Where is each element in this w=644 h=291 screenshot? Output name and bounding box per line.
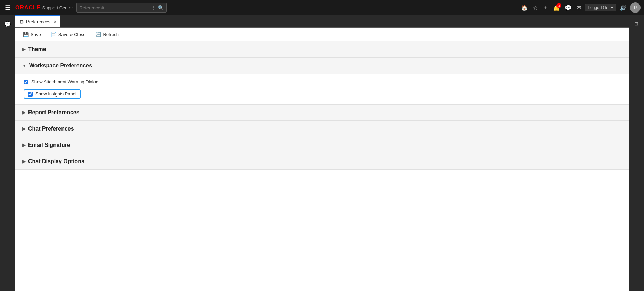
workspace-section-header[interactable]: ▼ Workspace Preferences [15, 58, 629, 74]
workspace-section: ▼ Workspace Preferences Show Attachment … [15, 58, 629, 105]
home-icon[interactable]: 🏠 [520, 3, 529, 13]
preferences-panel: 💾 Save 📄 Save & Close 🔄 Refresh ▶ Theme … [15, 28, 629, 291]
right-panel: ⊡ [629, 15, 644, 291]
theme-chevron-right-icon: ▶ [22, 47, 25, 52]
email-signature-section-label: Email Signature [28, 142, 70, 148]
chat-prefs-chevron-right-icon: ▶ [22, 126, 25, 131]
chat-display-chevron-right-icon: ▶ [22, 159, 25, 164]
tab-bar: ⚙ Preferences × [15, 15, 629, 28]
tab-settings-icon: ⚙ [19, 19, 24, 25]
search-bar[interactable]: ⋮ 🔍 [76, 3, 167, 13]
save-icon: 💾 [23, 32, 29, 37]
report-section-label: Report Preferences [28, 109, 80, 116]
workspace-section-content: Show Attachment Warning Dialog Show Insi… [15, 74, 629, 104]
report-section: ▶ Report Preferences [15, 105, 629, 121]
theme-section: ▶ Theme [15, 41, 629, 58]
attachment-warning-label: Show Attachment Warning Dialog [31, 79, 98, 84]
workspace-chevron-down-icon: ▼ [22, 63, 26, 68]
message-icon[interactable]: ✉ [575, 3, 583, 13]
chat-display-section: ▶ Chat Display Options [15, 153, 629, 170]
save-button[interactable]: 💾 Save [21, 31, 43, 38]
volume-icon[interactable]: 🔊 [618, 3, 628, 13]
refresh-button[interactable]: 🔄 Refresh [93, 31, 121, 38]
insights-panel-label: Show Insights Panel [35, 91, 76, 97]
topbar-icons: 🏠 ☆ ＋ 🔔 3 💬 ✉ Logged Out ▾ 🔊 U [520, 2, 641, 13]
hamburger-menu-icon[interactable]: ☰ [3, 2, 12, 13]
oracle-logo: ORACLE Support Center [15, 5, 73, 11]
sidebar-chat-icon[interactable]: 💬 [2, 19, 13, 30]
email-signature-section: ▶ Email Signature [15, 137, 629, 153]
attachment-warning-checkbox[interactable] [24, 80, 28, 84]
search-input[interactable] [80, 5, 149, 10]
chat-display-section-label: Chat Display Options [28, 158, 84, 165]
insights-highlight-box: Show Insights Panel [24, 89, 81, 99]
oracle-text: ORACLE [15, 5, 41, 11]
chat-bubble-icon[interactable]: 💬 [563, 3, 573, 13]
main-content: ⚙ Preferences × 💾 Save 📄 Save & Close 🔄 … [15, 15, 629, 291]
star-icon[interactable]: ☆ [531, 3, 539, 13]
chat-display-section-header[interactable]: ▶ Chat Display Options [15, 153, 629, 169]
insights-panel-item: Show Insights Panel [24, 89, 620, 99]
notification-icon[interactable]: 🔔 3 [552, 3, 561, 13]
chat-prefs-section-label: Chat Preferences [28, 126, 74, 132]
email-signature-chevron-right-icon: ▶ [22, 143, 25, 148]
theme-section-header[interactable]: ▶ Theme [15, 41, 629, 57]
right-panel-icon[interactable]: ⊡ [632, 19, 641, 28]
refresh-label: Refresh [103, 32, 119, 37]
save-label: Save [31, 32, 41, 37]
tab-close-button[interactable]: × [54, 19, 56, 24]
notification-badge: 3 [556, 3, 561, 8]
user-avatar[interactable]: U [630, 2, 641, 13]
preferences-tab[interactable]: ⚙ Preferences × [15, 15, 60, 27]
save-close-button[interactable]: 📄 Save & Close [49, 31, 88, 38]
search-more-icon[interactable]: ⋮ [151, 5, 156, 10]
chat-prefs-section: ▶ Chat Preferences [15, 121, 629, 137]
theme-section-label: Theme [28, 46, 46, 52]
search-icon[interactable]: 🔍 [158, 5, 164, 10]
topbar: ☰ ORACLE Support Center ⋮ 🔍 🏠 ☆ ＋ 🔔 3 💬 … [0, 0, 644, 15]
save-close-icon: 📄 [51, 32, 57, 37]
add-icon[interactable]: ＋ [541, 3, 550, 13]
logged-out-button[interactable]: Logged Out ▾ [585, 4, 616, 11]
email-signature-section-header[interactable]: ▶ Email Signature [15, 137, 629, 153]
attachment-warning-item: Show Attachment Warning Dialog [24, 79, 620, 84]
left-sidebar: 💬 [0, 15, 15, 291]
logged-out-label: Logged Out [588, 5, 610, 10]
workspace-section-label: Workspace Preferences [29, 63, 92, 69]
save-close-label: Save & Close [58, 32, 86, 37]
report-chevron-right-icon: ▶ [22, 110, 25, 115]
support-center-text: Support Center [42, 5, 73, 10]
preferences-toolbar: 💾 Save 📄 Save & Close 🔄 Refresh [15, 28, 629, 41]
logged-out-chevron: ▾ [611, 5, 613, 10]
report-section-header[interactable]: ▶ Report Preferences [15, 105, 629, 120]
chat-prefs-section-header[interactable]: ▶ Chat Preferences [15, 121, 629, 137]
tab-label: Preferences [26, 19, 50, 24]
refresh-icon: 🔄 [95, 32, 101, 37]
insights-panel-checkbox[interactable] [28, 92, 33, 97]
